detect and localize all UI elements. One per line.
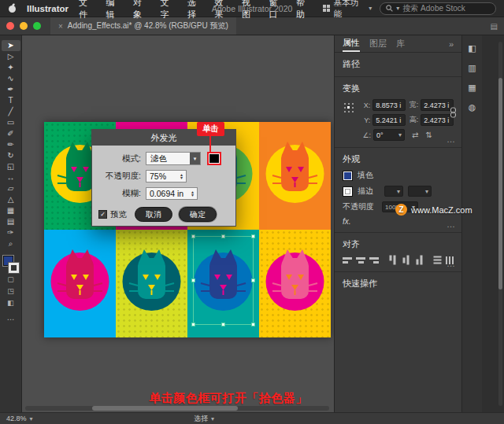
rotate-tool[interactable]: ↻ bbox=[2, 150, 20, 161]
collapse-panel-icon[interactable]: » bbox=[449, 35, 454, 52]
type-tool[interactable]: T bbox=[2, 95, 20, 106]
draw-behind-icon[interactable]: ◳ bbox=[2, 286, 20, 297]
direct-selection-tool[interactable]: ▷ bbox=[2, 51, 20, 62]
x-input[interactable]: 8.8573 i bbox=[372, 99, 406, 111]
apple-logo-icon[interactable] bbox=[8, 3, 17, 13]
libraries-panel-icon[interactable]: ◍ bbox=[465, 101, 480, 113]
zoom-level-control[interactable]: 42.8% ▾ bbox=[6, 415, 33, 422]
appearance-stroke-swatch[interactable] bbox=[343, 186, 353, 197]
panel-tab-库[interactable]: 库 bbox=[396, 35, 405, 52]
y-input[interactable]: 5.2421 i bbox=[372, 114, 406, 126]
color-panel-icon[interactable]: ◧ bbox=[465, 42, 480, 54]
glow-color-swatch[interactable] bbox=[207, 152, 221, 165]
vertical-scrollbar-thumb[interactable] bbox=[498, 78, 502, 289]
align-more-options[interactable]: … bbox=[447, 259, 455, 268]
menu-item-4[interactable]: 文字 bbox=[161, 0, 177, 20]
opacity-stepper[interactable]: ▴▾ bbox=[180, 173, 183, 179]
height-input[interactable]: 2.4273 i bbox=[421, 114, 454, 126]
zoom-tool[interactable]: ⌕ bbox=[2, 238, 20, 249]
app-menu[interactable]: Illustrator bbox=[27, 4, 69, 13]
search-input[interactable]: ▾ 搜索 Adobe Stock bbox=[380, 2, 496, 15]
selection-tool[interactable]: ➤ bbox=[2, 40, 20, 51]
effects-button[interactable]: fx. bbox=[343, 217, 351, 226]
dist-v-button[interactable] bbox=[433, 256, 443, 264]
align-top-button[interactable] bbox=[388, 256, 398, 265]
menu-item-9[interactable]: 帮助 bbox=[296, 0, 313, 20]
menu-item-5[interactable]: 选择 bbox=[187, 0, 204, 20]
menu-item-7[interactable]: 视图 bbox=[242, 0, 258, 20]
align-h-center-button[interactable] bbox=[356, 255, 365, 265]
align-right-button[interactable] bbox=[369, 255, 379, 265]
blur-stepper[interactable]: ▴▾ bbox=[191, 190, 194, 197]
pencil-tool[interactable]: ✏ bbox=[2, 139, 20, 150]
width-tool[interactable]: ↔ bbox=[2, 172, 20, 183]
close-window-button[interactable] bbox=[6, 22, 14, 30]
menu-item-1[interactable]: 文件 bbox=[79, 0, 95, 20]
artboard-cell-5[interactable] bbox=[44, 230, 116, 337]
line-segment-tool[interactable]: ╱ bbox=[2, 106, 20, 117]
scale-tool[interactable]: ◱ bbox=[2, 161, 20, 172]
gradient-tool[interactable]: ▤ bbox=[2, 216, 20, 227]
artboard-cell-6[interactable] bbox=[116, 230, 187, 337]
menu-item-6[interactable]: 效果 bbox=[214, 0, 231, 20]
selection-handle[interactable] bbox=[221, 234, 225, 238]
draw-normal-icon[interactable]: ▢ bbox=[2, 275, 20, 285]
selection-handle[interactable] bbox=[251, 278, 255, 282]
selection-handle[interactable] bbox=[251, 323, 255, 326]
horizontal-scrollbar[interactable] bbox=[25, 406, 329, 411]
stroke-unit-select[interactable]: ▾ bbox=[408, 186, 432, 197]
blur-field[interactable]: 0.0694 in ▴▾ bbox=[146, 187, 198, 200]
selection-handle[interactable] bbox=[251, 234, 255, 238]
change-screen-mode-icon[interactable]: ◧ bbox=[2, 298, 20, 308]
align-v-center-button[interactable] bbox=[402, 256, 412, 265]
panel-tab-属性[interactable]: 属性 bbox=[343, 35, 360, 52]
color-guide-panel-icon[interactable]: ▥ bbox=[465, 61, 480, 74]
close-tab-icon[interactable]: × bbox=[58, 22, 63, 31]
free-transform-tool[interactable]: ▱ bbox=[2, 183, 20, 194]
vertical-scrollbar[interactable] bbox=[498, 42, 502, 406]
artboard-cell-4[interactable] bbox=[259, 122, 331, 230]
current-tool-indicator[interactable]: 选择 ▾ bbox=[194, 414, 214, 424]
align-bottom-button[interactable] bbox=[415, 256, 425, 265]
rotation-angle-select[interactable]: 0° ▾ bbox=[373, 129, 405, 141]
stroke-color-swatch[interactable] bbox=[9, 263, 19, 273]
minimize-window-button[interactable] bbox=[20, 22, 28, 30]
flip-horizontal-icon[interactable]: ⇄ bbox=[412, 131, 418, 139]
mesh-tool[interactable]: ▦ bbox=[2, 205, 20, 216]
perspective-grid-tool[interactable]: △ bbox=[2, 194, 20, 205]
artboard-cell-8[interactable] bbox=[259, 230, 331, 337]
tab-bar-menu-icon[interactable]: ▤ bbox=[491, 22, 498, 31]
lasso-tool[interactable]: ∿ bbox=[2, 73, 20, 84]
edit-toolbar-button[interactable]: … bbox=[7, 313, 15, 322]
horizontal-scrollbar-thumb[interactable] bbox=[92, 406, 238, 411]
preview-checkbox[interactable]: ✓ bbox=[98, 210, 107, 219]
mode-select[interactable]: 滤色 ▾ bbox=[146, 152, 201, 165]
transform-more-options[interactable]: … bbox=[447, 135, 455, 144]
swatches-panel-icon[interactable]: ▦ bbox=[465, 81, 480, 94]
zoom-window-button[interactable] bbox=[33, 22, 41, 30]
selection-bounding-box[interactable] bbox=[193, 236, 254, 325]
ok-button[interactable]: 确定 bbox=[179, 207, 217, 222]
constrain-proportions-icon[interactable] bbox=[450, 107, 457, 120]
rectangle-tool[interactable]: ▭ bbox=[2, 117, 20, 128]
paintbrush-tool[interactable]: ✐ bbox=[2, 128, 20, 139]
menu-item-8[interactable]: 窗口 bbox=[269, 0, 285, 20]
appearance-fill-swatch[interactable] bbox=[343, 171, 353, 181]
pen-tool[interactable]: ✒ bbox=[2, 84, 20, 95]
align-left-button[interactable] bbox=[343, 255, 352, 265]
artboard-cell-7[interactable] bbox=[187, 230, 259, 337]
stroke-weight-select[interactable]: ▾ bbox=[384, 186, 403, 197]
flip-vertical-icon[interactable]: ⇅ bbox=[425, 131, 432, 139]
selection-handle[interactable] bbox=[191, 234, 195, 238]
width-input[interactable]: 2.4273 i bbox=[421, 99, 454, 111]
magic-wand-tool[interactable]: ✦ bbox=[2, 62, 20, 73]
panel-tab-图层[interactable]: 图层 bbox=[369, 35, 387, 52]
opacity-field[interactable]: 75% ▴▾ bbox=[146, 170, 187, 183]
workspace-switcher[interactable]: 基本功能 ▾ bbox=[323, 0, 372, 20]
appearance-more-options[interactable]: … bbox=[447, 219, 455, 229]
cancel-button[interactable]: 取消 bbox=[135, 207, 172, 222]
menu-item-2[interactable]: 编辑 bbox=[106, 0, 123, 20]
reference-point-locator[interactable] bbox=[343, 101, 354, 113]
eyedropper-tool[interactable]: ✑ bbox=[2, 227, 20, 238]
selection-handle[interactable] bbox=[221, 323, 225, 326]
